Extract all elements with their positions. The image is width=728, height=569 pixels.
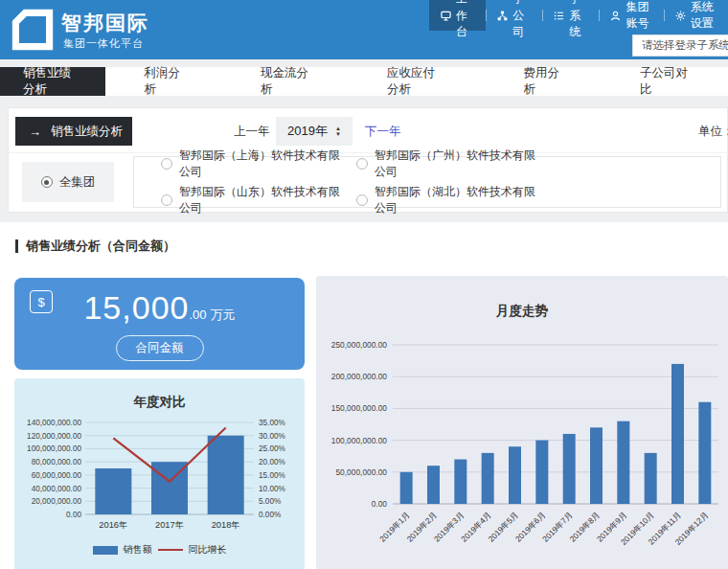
group-analytics-dashboard: 智邦国际 集团一体化平台 工作台子公司子系统集团账号系统设置 请选择登录子系统 …: [0, 0, 728, 569]
radio-company-label: 智邦国际（湖北）软件技术有限公司: [375, 184, 544, 216]
arrow-right-icon: →: [29, 125, 41, 139]
month-bar: [509, 446, 521, 504]
kpi-unit: 万元: [211, 307, 236, 322]
radio-icon[interactable]: [356, 158, 368, 170]
topnav-item[interactable]: 子公司: [486, 0, 542, 31]
kpi-amount: 15,000.00万元: [14, 289, 305, 327]
legend-line-swatch: [158, 549, 183, 552]
analysis-tabbar: 销售业绩分析利润分析现金流分析应收应付分析费用分析子公司对比: [0, 67, 728, 96]
topnav-item-label: 系统设置: [691, 0, 717, 32]
select-login-subsystem-button[interactable]: 请选择登录子系统: [632, 34, 728, 57]
year-compare-chart: 0.000.00%20,000,000.005.00%40,000,000.00…: [16, 415, 303, 547]
workbench-icon: [441, 11, 451, 21]
subsystem-icon: [554, 11, 564, 21]
svg-text:200,000,000.00: 200,000,000.00: [331, 372, 388, 381]
company-radio-group: 智邦国际（上海）软件技术有限公司智邦国际（广州）软件技术有限公司智邦国际（山东）…: [133, 156, 721, 208]
svg-text:0.00%: 0.00%: [259, 511, 281, 519]
svg-text:80,000,000.00: 80,000,000.00: [32, 458, 82, 467]
year-select-value: 2019年: [287, 123, 328, 140]
section-title-text: 销售业绩分析（合同金额）: [26, 238, 175, 255]
svg-text:2017年: 2017年: [155, 520, 184, 530]
month-bar: [590, 427, 603, 504]
svg-text:140,000,000.00: 140,000,000.00: [27, 419, 81, 427]
svg-text:35.00%: 35.00%: [259, 419, 285, 427]
month-bar: [563, 434, 576, 504]
svg-text:120,000,000.00: 120,000,000.00: [27, 432, 81, 441]
svg-text:25.00%: 25.00%: [259, 444, 285, 453]
topnav-item[interactable]: 集团账号: [599, 0, 663, 31]
radio-company[interactable]: 智邦国际（广州）软件技术有限公司: [356, 148, 544, 180]
app-header: 智邦国际 集团一体化平台 工作台子公司子系统集团账号系统设置 请选择登录子系统: [0, 0, 728, 59]
monthly-trend-chart-card: 月度走势 0.0050,000,000.00100,000,000.00150,…: [316, 276, 728, 569]
topnav-item[interactable]: 子系统: [542, 0, 599, 31]
radio-company[interactable]: 智邦国际（上海）软件技术有限公司: [161, 148, 349, 180]
radio-company-label: 智邦国际（上海）软件技术有限公司: [179, 148, 349, 180]
tab[interactable]: 利润分析: [105, 67, 222, 96]
month-chart-title: 月度走势: [316, 303, 728, 320]
month-bar: [427, 466, 440, 504]
spinner-arrows-icon[interactable]: ▲▼: [335, 125, 341, 137]
subsidiary-icon: [497, 11, 508, 21]
svg-text:0.00: 0.00: [66, 511, 81, 519]
svg-text:250,000,000.00: 250,000,000.00: [331, 340, 388, 350]
section-title: 销售业绩分析（合同金额）: [15, 238, 175, 255]
year-compare-chart-card: 年度对比 0.000.00%20,000,000.005.00%40,000,0…: [14, 378, 305, 569]
radio-company[interactable]: 智邦国际（湖北）软件技术有限公司: [356, 184, 544, 216]
year-chart-legend: 销售额 同比增长: [14, 543, 305, 557]
month-bar: [400, 472, 413, 504]
topnav-item[interactable]: 系统设置: [664, 0, 728, 31]
filter-panel: → 销售业绩分析 上一年 2019年 ▲▼ 下一年 单位： 全集团 智邦国际（上…: [8, 107, 728, 213]
next-year-link[interactable]: 下一年: [365, 117, 401, 146]
year-bar: [208, 436, 244, 514]
radio-icon[interactable]: [161, 194, 172, 206]
account-icon: [610, 11, 621, 21]
svg-text:100,000,000.00: 100,000,000.00: [331, 436, 388, 445]
radio-company-label: 智邦国际（广州）软件技术有限公司: [375, 148, 544, 180]
radio-icon[interactable]: [161, 158, 172, 170]
tab[interactable]: 现金流分析: [222, 67, 349, 96]
legend-line-label: 同比增长: [189, 543, 227, 557]
year-chart-title: 年度对比: [14, 394, 305, 411]
svg-text:30.00%: 30.00%: [259, 432, 285, 441]
radio-company[interactable]: 智邦国际（山东）软件技术有限公司: [161, 184, 349, 216]
year-bar: [95, 468, 131, 514]
month-bar: [698, 402, 711, 504]
svg-text:10.00%: 10.00%: [259, 485, 285, 493]
contract-amount-kpi-card: $ 15,000.00万元 合同金额: [14, 278, 305, 370]
legend-bar-swatch: [93, 546, 118, 555]
module-button[interactable]: → 销售业绩分析: [15, 117, 132, 146]
svg-text:0.00: 0.00: [372, 499, 388, 509]
brand-logo-icon: [11, 9, 54, 51]
title-bar-decoration: [15, 239, 18, 253]
brand-name: 智邦国际: [61, 10, 149, 36]
contract-amount-button[interactable]: 合同金额: [116, 335, 204, 361]
svg-text:5.00%: 5.00%: [259, 497, 281, 506]
tab[interactable]: 应收应付分析: [349, 67, 485, 96]
svg-text:20.00%: 20.00%: [259, 458, 285, 467]
tab[interactable]: 费用分析: [485, 67, 602, 96]
topnav-item-label: 工作台: [456, 0, 474, 40]
year-select[interactable]: 2019年 ▲▼: [276, 117, 353, 146]
svg-text:150,000,000.00: 150,000,000.00: [331, 403, 388, 413]
prev-year-link[interactable]: 上一年: [234, 117, 270, 146]
settings-icon: [675, 11, 686, 21]
topnav-item-label: 集团账号: [626, 0, 651, 32]
svg-text:2018年: 2018年: [212, 520, 240, 530]
topnav-item-label: 子系统: [569, 0, 587, 40]
svg-text:50,000,000.00: 50,000,000.00: [335, 467, 387, 477]
svg-text:15.00%: 15.00%: [259, 471, 285, 480]
monthly-trend-chart: 0.0050,000,000.00100,000,000.00150,000,0…: [316, 324, 728, 569]
radio-company-label: 智邦国际（山东）软件技术有限公司: [179, 184, 349, 216]
month-bar: [535, 441, 548, 504]
radio-icon[interactable]: [41, 176, 53, 188]
tab[interactable]: 销售业绩分析: [0, 67, 105, 96]
svg-text:60,000,000.00: 60,000,000.00: [32, 471, 82, 480]
tab[interactable]: 子公司对比: [602, 67, 728, 96]
radio-icon[interactable]: [356, 194, 368, 206]
brand-subtitle: 集团一体化平台: [63, 36, 144, 51]
month-bar: [671, 364, 684, 504]
legend-bar-label: 销售额: [124, 543, 152, 557]
topnav-item[interactable]: 工作台: [429, 0, 486, 31]
month-bar: [454, 460, 466, 504]
radio-whole-group[interactable]: 全集团: [22, 162, 114, 202]
